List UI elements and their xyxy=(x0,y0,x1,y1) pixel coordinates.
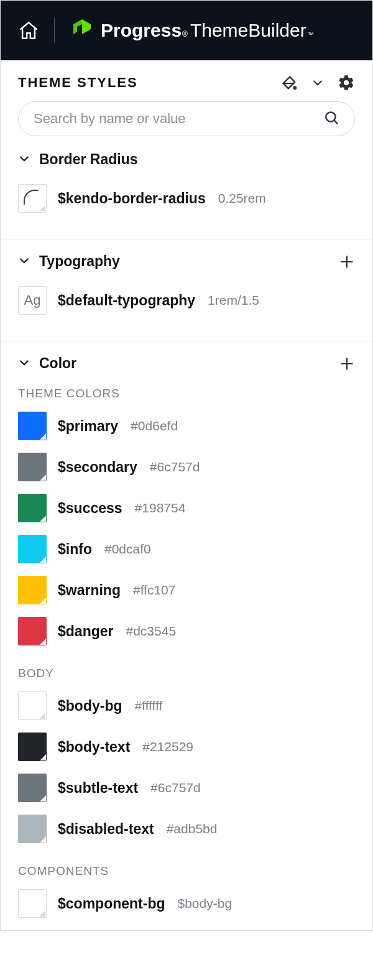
variable-name: $info xyxy=(58,541,92,558)
panel-header-actions xyxy=(280,74,355,91)
variable-name: $subtle-text xyxy=(58,780,138,797)
progress-logo-icon xyxy=(70,17,94,44)
registered-mark: ® xyxy=(182,30,188,39)
list-item[interactable]: Ag $default-typography 1rem/1.5 xyxy=(18,280,355,321)
variable-name: $default-typography xyxy=(58,292,195,309)
color-swatch[interactable] xyxy=(18,535,47,563)
variable-value: #6c757d xyxy=(150,780,201,795)
component-colors-list: $component-bg$body-bg xyxy=(1,881,372,930)
variable-value: #ffc107 xyxy=(133,583,176,598)
chevron-down-icon xyxy=(18,254,30,269)
section-border-radius[interactable]: Border Radius xyxy=(1,145,372,174)
border-radius-preview xyxy=(18,184,47,213)
color-swatch[interactable] xyxy=(18,412,47,440)
variable-name: $body-text xyxy=(58,739,130,756)
search-icon[interactable] xyxy=(323,109,339,128)
color-swatch[interactable] xyxy=(18,733,47,761)
color-swatch[interactable] xyxy=(18,617,47,645)
list-item[interactable]: $warning#ffc107 xyxy=(18,570,355,611)
typography-items: Ag $default-typography 1rem/1.5 xyxy=(1,276,372,331)
chevron-down-icon[interactable] xyxy=(311,76,324,89)
section-typography[interactable]: Typography xyxy=(1,239,372,276)
variable-value: #ffffff xyxy=(135,698,163,713)
list-item[interactable]: $success#198754 xyxy=(18,488,355,529)
brand-word-themebuilder: ThemeBuilder xyxy=(190,20,306,41)
fill-bucket-icon[interactable] xyxy=(280,74,298,91)
list-item[interactable]: $subtle-text#6c757d xyxy=(18,767,355,808)
variable-value: #0dcaf0 xyxy=(104,542,151,557)
color-swatch[interactable] xyxy=(18,453,47,481)
list-item[interactable]: $kendo-border-radius 0.25rem xyxy=(18,178,355,219)
variable-name: $secondary xyxy=(58,459,137,476)
section-title: Typography xyxy=(39,253,120,270)
color-swatch[interactable] xyxy=(18,815,47,843)
variable-name: $primary xyxy=(58,418,118,435)
gear-icon[interactable] xyxy=(338,74,355,91)
brand-word-progress: Progress xyxy=(101,20,182,41)
group-heading-components: COMPONENTS xyxy=(1,856,372,881)
app-topbar: Progress® ThemeBuilder™ xyxy=(1,1,372,60)
variable-value: 0.25rem xyxy=(218,191,266,206)
variable-name: $kendo-border-radius xyxy=(58,190,206,207)
section-title: Color xyxy=(39,355,76,372)
variable-name: $component-bg xyxy=(58,895,165,912)
list-item[interactable]: $primary#0d6efd xyxy=(18,405,355,446)
variable-name: $success xyxy=(58,500,122,517)
list-item[interactable]: $info#0dcaf0 xyxy=(18,529,355,570)
trademark: ™ xyxy=(308,31,314,38)
home-icon[interactable] xyxy=(18,20,39,41)
group-heading-theme-colors: THEME COLORS xyxy=(1,378,372,403)
variable-value: #198754 xyxy=(135,501,186,515)
plus-icon[interactable] xyxy=(339,254,355,270)
search-field[interactable] xyxy=(18,101,355,136)
variable-value: #212529 xyxy=(142,739,193,754)
variable-value: #6c757d xyxy=(150,460,200,474)
list-item[interactable]: $disabled-text#adb5bd xyxy=(18,808,355,849)
border-radius-items: $kendo-border-radius 0.25rem xyxy=(1,174,372,229)
chevron-down-icon xyxy=(18,152,30,167)
variable-name: $warning xyxy=(58,582,121,599)
svg-marker-2 xyxy=(73,19,82,34)
search-input[interactable] xyxy=(34,111,323,127)
panel-title: THEME STYLES xyxy=(18,75,138,91)
variable-name: $disabled-text xyxy=(58,821,154,838)
color-swatch[interactable] xyxy=(18,889,47,918)
brand: Progress® ThemeBuilder™ xyxy=(70,17,314,44)
list-item[interactable]: $body-text#212529 xyxy=(18,726,355,767)
variable-value: #dc3545 xyxy=(126,624,176,639)
variable-name: $body-bg xyxy=(58,698,122,714)
chevron-down-icon xyxy=(18,356,30,371)
color-swatch[interactable] xyxy=(18,691,47,720)
typography-preview: Ag xyxy=(18,286,47,315)
variable-value: #0d6efd xyxy=(131,418,178,433)
list-item[interactable]: $body-bg#ffffff xyxy=(18,685,355,726)
body-colors-list: $body-bg#ffffff$body-text#212529$subtle-… xyxy=(1,683,372,856)
section-title: Border Radius xyxy=(39,151,137,168)
panel-header: THEME STYLES xyxy=(1,60,372,101)
topbar-divider xyxy=(54,18,55,43)
search-wrap xyxy=(1,101,372,145)
variable-name: $danger xyxy=(58,623,113,640)
list-item[interactable]: $component-bg$body-bg xyxy=(18,883,355,924)
color-swatch[interactable] xyxy=(18,576,47,604)
variable-value: $body-bg xyxy=(178,896,233,911)
color-swatch[interactable] xyxy=(18,774,47,802)
variable-value: 1rem/1.5 xyxy=(208,293,259,308)
group-heading-body: BODY xyxy=(1,658,372,683)
list-item[interactable]: $danger#dc3545 xyxy=(18,611,355,652)
variable-value: #adb5bd xyxy=(167,821,218,836)
theme-colors-list: $primary#0d6efd$secondary#6c757d$success… xyxy=(1,403,372,658)
list-item[interactable]: $secondary#6c757d xyxy=(18,446,355,488)
svg-point-3 xyxy=(294,86,297,89)
plus-icon[interactable] xyxy=(339,356,355,372)
color-swatch[interactable] xyxy=(18,494,47,522)
section-color[interactable]: Color xyxy=(1,341,372,378)
svg-line-5 xyxy=(334,121,338,124)
